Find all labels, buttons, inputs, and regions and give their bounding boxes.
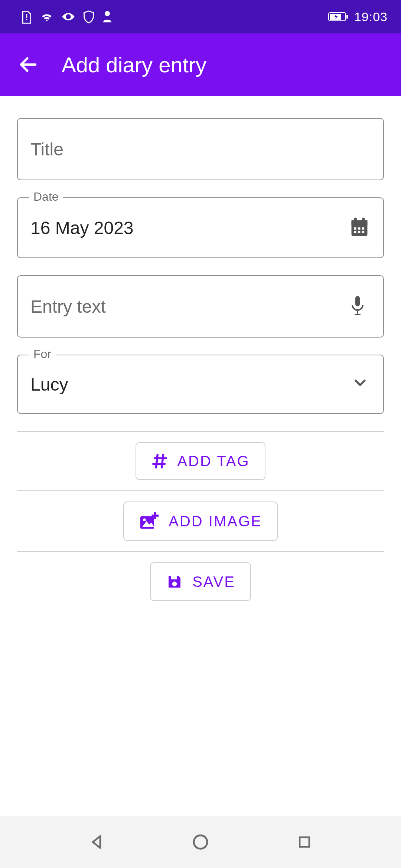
for-label: For <box>29 347 56 361</box>
save-button[interactable]: SAVE <box>150 562 251 601</box>
hash-icon <box>151 453 168 470</box>
save-row: SAVE <box>17 552 384 611</box>
person-icon <box>102 10 113 23</box>
svg-rect-13 <box>362 227 364 230</box>
svg-rect-19 <box>355 314 361 315</box>
status-bar: 19:03 <box>0 0 401 33</box>
date-field[interactable]: Date 16 May 2023 <box>17 197 384 258</box>
add-image-row: ADD IMAGE <box>17 491 384 551</box>
calendar-icon[interactable] <box>348 216 372 240</box>
save-icon <box>166 573 183 591</box>
svg-rect-12 <box>358 227 360 230</box>
page-title: Add diary entry <box>62 52 206 77</box>
add-tag-button[interactable]: ADD TAG <box>136 442 265 480</box>
chevron-down-icon[interactable] <box>351 374 372 395</box>
nav-home-button[interactable] <box>189 831 212 853</box>
add-tag-label: ADD TAG <box>177 453 250 470</box>
app-bar: Add diary entry <box>0 33 401 96</box>
battery-charging-icon <box>328 11 350 22</box>
nav-back-button[interactable] <box>85 831 108 853</box>
title-input[interactable] <box>18 119 383 180</box>
svg-rect-9 <box>354 218 357 222</box>
save-label: SAVE <box>192 573 235 590</box>
wifi-icon <box>39 11 54 23</box>
svg-rect-11 <box>354 227 356 230</box>
svg-point-21 <box>143 519 146 521</box>
status-right: 19:03 <box>328 10 388 24</box>
svg-rect-0 <box>26 14 27 18</box>
svg-point-3 <box>105 11 110 16</box>
for-value: Lucy <box>30 374 344 395</box>
svg-rect-8 <box>352 220 368 225</box>
svg-rect-15 <box>358 231 360 233</box>
date-value: 16 May 2023 <box>30 218 341 238</box>
system-nav-bar <box>0 816 401 868</box>
sim-alert-icon <box>21 9 33 24</box>
date-label: Date <box>29 190 63 204</box>
svg-rect-23 <box>152 514 159 517</box>
svg-rect-17 <box>355 296 360 306</box>
back-button[interactable] <box>15 51 42 78</box>
nav-recent-button[interactable] <box>293 831 316 853</box>
svg-rect-5 <box>346 15 348 19</box>
svg-rect-24 <box>171 576 177 579</box>
content: Date 16 May 2023 <box>0 96 401 611</box>
add-image-button[interactable]: ADD IMAGE <box>123 502 277 541</box>
arrow-left-icon <box>17 54 39 75</box>
svg-rect-16 <box>362 231 364 233</box>
for-field[interactable]: For Lucy <box>17 355 384 414</box>
title-field[interactable] <box>17 118 384 180</box>
svg-point-2 <box>67 16 70 18</box>
svg-rect-1 <box>26 19 27 20</box>
status-left <box>21 9 113 24</box>
add-image-icon <box>139 512 160 530</box>
svg-point-25 <box>172 582 177 586</box>
svg-rect-27 <box>300 837 309 847</box>
svg-point-26 <box>194 835 207 849</box>
microphone-icon[interactable] <box>348 295 372 318</box>
status-time: 19:03 <box>354 10 388 24</box>
svg-rect-18 <box>357 310 358 314</box>
entry-field[interactable] <box>17 275 384 338</box>
entry-input[interactable] <box>30 276 341 337</box>
shield-icon <box>82 10 95 23</box>
add-tag-row: ADD TAG <box>17 432 384 490</box>
eye-icon <box>61 11 76 23</box>
svg-rect-10 <box>362 218 365 222</box>
add-image-label: ADD IMAGE <box>169 513 262 530</box>
svg-rect-14 <box>354 231 356 233</box>
